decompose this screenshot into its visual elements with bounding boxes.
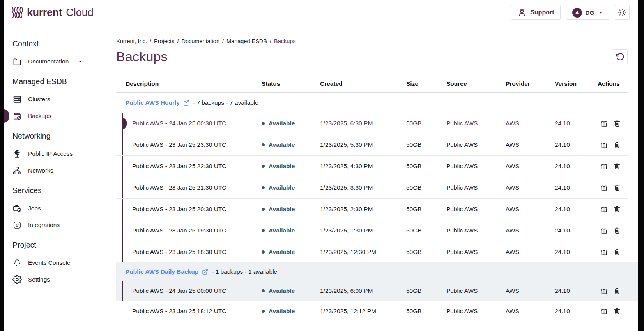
table-row[interactable]: Public AWS - 23 Jan 25 19:30 UTCAvailabl…: [116, 220, 628, 241]
breadcrumb-item[interactable]: Projects: [154, 38, 174, 44]
sidebar-item-backups[interactable]: Backups: [4, 111, 103, 121]
column-header-version: Version: [555, 80, 598, 87]
table-body: Public AWS Hourly- 7 backups - 7 availab…: [116, 93, 628, 322]
delete-backup-button[interactable]: [613, 141, 621, 149]
restore-backup-button[interactable]: [600, 287, 608, 295]
breadcrumb-item[interactable]: Documentation: [181, 38, 219, 44]
status-label: Available: [269, 248, 295, 255]
refresh-button[interactable]: [613, 49, 628, 64]
cell-size: 50GB: [406, 163, 446, 170]
cell-provider: AWS: [506, 287, 555, 294]
sidebar-item-networks[interactable]: Networks: [4, 165, 103, 176]
delete-backup-button[interactable]: [613, 248, 621, 256]
delete-backup-button[interactable]: [613, 162, 621, 170]
sidebar-section: Managed ESDBClustersBackups: [4, 77, 103, 121]
table-row[interactable]: Public AWS - 23 Jan 25 21:30 UTCAvailabl…: [116, 177, 628, 198]
cell-size: 50GB: [406, 141, 446, 148]
table-row[interactable]: Public AWS - 23 Jan 25 22:30 UTCAvailabl…: [116, 155, 628, 177]
cell-size: 50GB: [406, 184, 446, 191]
status-dot-icon: [262, 229, 265, 232]
chevron-down-icon: [78, 59, 83, 64]
top-bar: kurrent Cloud Support 4: [4, 0, 638, 25]
sidebar-item-integrations[interactable]: Integrations: [4, 220, 103, 231]
delete-backup-button[interactable]: [613, 120, 621, 127]
status-label: Available: [269, 227, 295, 234]
cell-provider: AWS: [506, 163, 555, 170]
external-link-icon: [183, 100, 189, 106]
sidebar-item-label: Jobs: [28, 205, 41, 212]
backups-table: DescriptionStatusCreatedSizeSourceProvid…: [116, 75, 628, 322]
delete-backup-button[interactable]: [613, 227, 621, 234]
sidebar-item-jobs[interactable]: Jobs: [4, 203, 103, 214]
table-row[interactable]: Public AWS - 24 Jan 25 00:00 UTCAvailabl…: [116, 281, 628, 301]
restore-backup-button[interactable]: [600, 184, 608, 192]
column-header-size: Size: [406, 80, 446, 87]
cell-provider: AWS: [506, 227, 555, 234]
table-row[interactable]: Public AWS - 24 Jan 25 00:30 UTCAvailabl…: [116, 113, 628, 134]
cell-version: 24.10: [555, 163, 598, 170]
cell-created: 1/23/2025, 1:30 PM: [320, 227, 406, 234]
backup-group-header: Public AWS Daily Backup- 1 backups - 1 a…: [116, 262, 628, 281]
breadcrumb-item[interactable]: Managed ESDB: [226, 38, 267, 44]
support-button[interactable]: Support: [511, 5, 560, 20]
cell-created: 1/23/2025, 6:30 PM: [320, 120, 406, 127]
table-row[interactable]: Public AWS - 23 Jan 25 18:12 UTCAvailabl…: [116, 301, 628, 322]
cell-created: 1/23/2025, 6:00 PM: [320, 287, 406, 294]
sidebar-item-public-ip-access[interactable]: Public IP Access: [4, 148, 103, 159]
external-link-icon: [202, 269, 208, 275]
cell-source: Public AWS: [446, 141, 506, 148]
logo[interactable]: kurrent Cloud: [12, 6, 94, 19]
sidebar-item-settings[interactable]: Settings: [4, 274, 103, 285]
sidebar-item-label: Public IP Access: [28, 150, 73, 157]
restore-backup-button[interactable]: [600, 248, 608, 256]
kurrent-waves-icon: [12, 6, 23, 19]
topbar-actions: Support 4 DG: [511, 5, 630, 20]
table-row[interactable]: Public AWS - 23 Jan 25 20:30 UTCAvailabl…: [116, 198, 628, 220]
status-label: Available: [269, 163, 295, 170]
cell-actions: [598, 120, 628, 128]
breadcrumb: Kurrent, Inc./Projects/Documentation/Man…: [116, 38, 628, 44]
sidebar-item-events-console[interactable]: Events Console: [4, 257, 103, 268]
restore-backup-button[interactable]: [600, 307, 608, 315]
breadcrumb-current: Backups: [274, 38, 296, 44]
folder-icon: [12, 57, 22, 66]
user-initials: DG: [586, 9, 595, 16]
cell-source: Public AWS: [446, 120, 506, 127]
events-icon: [12, 258, 22, 268]
restore-backup-button[interactable]: [600, 120, 608, 128]
cell-version: 24.10: [555, 248, 598, 255]
restore-backup-button[interactable]: [600, 205, 608, 213]
cell-version: 24.10: [555, 206, 598, 213]
restore-backup-button[interactable]: [600, 162, 608, 171]
notification-badge: 4: [572, 8, 582, 18]
breadcrumb-item[interactable]: Kurrent, Inc.: [116, 38, 147, 44]
cell-status: Available: [262, 227, 320, 234]
cell-version: 24.10: [555, 287, 598, 294]
delete-backup-button[interactable]: [613, 184, 621, 192]
backup-job-link[interactable]: Public AWS Daily Backup: [126, 268, 198, 275]
sidebar-item-clusters[interactable]: Clusters: [4, 94, 103, 105]
backup-job-link[interactable]: Public AWS Hourly: [126, 99, 180, 106]
cell-description: Public AWS - 23 Jan 25 22:30 UTC: [116, 163, 262, 170]
sidebar-item-label: Integrations: [28, 222, 60, 229]
status-dot-icon: [262, 310, 265, 313]
restore-backup-button[interactable]: [600, 227, 608, 235]
delete-backup-button[interactable]: [613, 205, 621, 213]
cell-actions: [598, 184, 628, 192]
sidebar: ContextDocumentationManaged ESDBClusters…: [4, 25, 103, 331]
sidebar-section-heading: Context: [12, 39, 103, 48]
column-header-status: Status: [262, 80, 320, 87]
table-row[interactable]: Public AWS - 23 Jan 25 18:30 UTCAvailabl…: [116, 241, 628, 262]
backup-rows: Public AWS - 24 Jan 25 00:00 UTCAvailabl…: [116, 281, 628, 301]
delete-backup-button[interactable]: [613, 287, 621, 295]
logo-text-light: Cloud: [66, 7, 94, 19]
sun-icon: [617, 8, 627, 17]
user-menu-button[interactable]: 4 DG: [566, 5, 610, 20]
theme-toggle-button[interactable]: [615, 5, 630, 20]
sidebar-item-documentation[interactable]: Documentation: [4, 56, 103, 67]
restore-backup-button[interactable]: [600, 141, 608, 149]
table-row[interactable]: Public AWS - 23 Jan 25 23:30 UTCAvailabl…: [116, 134, 628, 155]
cell-created: 1/23/2025, 4:30 PM: [320, 163, 406, 170]
delete-backup-button[interactable]: [613, 307, 621, 315]
cell-actions: [598, 162, 628, 171]
